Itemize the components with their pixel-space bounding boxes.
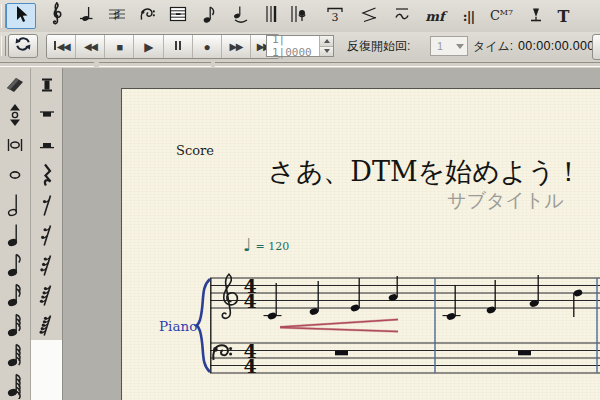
- voice-selector-palette-button[interactable]: [0, 102, 30, 132]
- whole-rest[interactable]: [518, 351, 531, 356]
- lyrics-icon: [289, 4, 307, 28]
- sixteenth-rest-palette-button[interactable]: [31, 222, 62, 252]
- breve-rest-palette-button[interactable]: [31, 72, 62, 102]
- quarter-note-D4[interactable]: [309, 281, 319, 316]
- eighth-rest-palette-button[interactable]: [31, 192, 62, 222]
- breve-note-icon: [3, 132, 27, 162]
- thirty-second-rest-palette-button[interactable]: [31, 252, 62, 282]
- sixty-fourth-rest-palette-button[interactable]: [31, 282, 62, 312]
- bass-clef-icon: [139, 6, 157, 27]
- select-arrow-icon: [12, 4, 30, 28]
- clipped-toolbar-button[interactable]: [592, 34, 600, 60]
- note-entry-icon: [79, 4, 95, 28]
- eraser-palette-button[interactable]: [0, 72, 30, 102]
- whole-rest-icon: [35, 102, 59, 132]
- chord-symbol-tool[interactable]: CM7: [487, 3, 516, 29]
- record-button[interactable]: ●: [193, 35, 222, 58]
- arrow-down-icon: [324, 49, 330, 53]
- thirty-second-note-palette-button[interactable]: [0, 312, 30, 342]
- breve-rest-icon: [35, 72, 59, 102]
- rewind-button[interactable]: ◀◀: [76, 35, 105, 58]
- lyrics-tool[interactable]: [284, 3, 312, 29]
- skip-start-icon: ◀◀: [53, 41, 69, 52]
- pause-button[interactable]: [164, 35, 193, 58]
- note-palette-sidebar: [0, 68, 63, 400]
- thirty-second-note-icon: [3, 311, 27, 343]
- quarter-note-E4[interactable]: [350, 278, 360, 312]
- text-tool-icon: T: [558, 7, 570, 26]
- rewind-icon: ◀◀: [84, 41, 96, 52]
- note-entry-tool[interactable]: [74, 3, 100, 29]
- repeat-barline-tool[interactable]: :||: [456, 3, 481, 29]
- stop-button[interactable]: ■: [105, 35, 134, 58]
- quarter-note-A4[interactable]: [388, 276, 398, 302]
- barline-tool[interactable]: [259, 3, 283, 29]
- time-value: 00:00:00.000: [518, 32, 595, 60]
- measure-tool[interactable]: [165, 3, 191, 29]
- svg-text:3: 3: [332, 11, 339, 24]
- key-signature-icon: ♯: [108, 4, 126, 28]
- whole-note-palette-button[interactable]: [0, 162, 30, 192]
- quarter-note-C4[interactable]: [446, 285, 456, 321]
- quarter-note-F4[interactable]: [529, 275, 539, 308]
- crescendo-icon: [360, 5, 378, 27]
- hundred-twenty-eighth-rest-palette-button[interactable]: [31, 312, 62, 342]
- treble-clef[interactable]: [222, 274, 237, 318]
- crescendo-tool[interactable]: [355, 3, 383, 29]
- eighth-note-palette-button[interactable]: [0, 252, 30, 282]
- skip-to-start-button[interactable]: ◀◀: [47, 35, 76, 58]
- arrow-up-icon: [324, 39, 330, 43]
- play-button[interactable]: ▶: [134, 35, 163, 58]
- repeat-barline-tool-icon: :||: [463, 9, 474, 24]
- position-field[interactable]: 1| 1|0000: [266, 35, 334, 57]
- playback-controls: ◀◀◀◀■▶●▶▶▶▶: [46, 34, 280, 59]
- tie-slur-tool[interactable]: [228, 3, 254, 29]
- treble-clef-tool[interactable]: [44, 3, 70, 29]
- time-label: タイム:: [473, 32, 513, 60]
- toolbar-drag-handle[interactable]: [1, 36, 6, 56]
- ornament-turn-tool[interactable]: [388, 3, 415, 29]
- score-canvas[interactable]: Score さあ、DTMを始めよう！ サブタイトル ♩ = 120 Piano …: [63, 68, 600, 400]
- half-note-icon: [3, 191, 27, 223]
- quarter-note-palette-button[interactable]: [0, 222, 30, 252]
- quarter-note-C4[interactable]: [267, 283, 277, 320]
- thirty-second-rest-icon: [35, 251, 59, 283]
- sixty-fourth-note-palette-button[interactable]: [0, 342, 30, 372]
- quarter-note-B4[interactable]: [573, 289, 583, 317]
- whole-rest-palette-button[interactable]: [31, 102, 62, 132]
- transport-toolbar: ◀◀◀◀■▶●▶▶▶▶ 1| 1|0000 反復開始回: 1 タイム: 00:0…: [0, 32, 600, 60]
- pedal-tool[interactable]: [524, 3, 547, 29]
- crescendo-hairpin[interactable]: [280, 320, 398, 332]
- spinner-down-button[interactable]: [320, 46, 333, 57]
- bass-clef-tool[interactable]: [134, 3, 161, 29]
- whole-note-icon: [3, 162, 27, 192]
- dynamics-tool[interactable]: mf: [421, 3, 449, 29]
- eighth-rest-icon: [35, 191, 59, 223]
- quarter-rest-palette-button[interactable]: [31, 162, 62, 192]
- loop-playback-button[interactable]: [8, 34, 38, 58]
- spinner-up-button[interactable]: [320, 36, 333, 46]
- voice-selector-icon: [3, 102, 27, 132]
- note-tool[interactable]: [197, 3, 221, 29]
- barline-icon: [264, 4, 278, 28]
- half-rest-icon: [35, 132, 59, 162]
- half-rest-palette-button[interactable]: [31, 132, 62, 162]
- key-signature-tool[interactable]: ♯: [104, 3, 130, 29]
- grand-staff-brace: [197, 279, 211, 372]
- notation-layer: 4444: [63, 68, 600, 400]
- hundred-twenty-eighth-rest-icon: [35, 311, 59, 343]
- tuplet-tool[interactable]: 3: [321, 3, 349, 29]
- breve-note-palette-button[interactable]: [0, 132, 30, 162]
- text-tool[interactable]: T: [551, 3, 576, 29]
- tuplet-icon: 3: [326, 5, 344, 27]
- time-signature-denominator[interactable]: 4: [243, 355, 256, 377]
- repeat-count-dropdown[interactable]: 1: [430, 36, 468, 56]
- select-arrow-tool[interactable]: [6, 3, 36, 29]
- whole-rest[interactable]: [335, 351, 348, 356]
- fast-forward-button[interactable]: ▶▶: [222, 35, 251, 58]
- hundred-twenty-eighth-note-palette-button[interactable]: [0, 372, 30, 400]
- half-note-palette-button[interactable]: [0, 192, 30, 222]
- sixteenth-note-palette-button[interactable]: [0, 282, 30, 312]
- eighth-note-icon: [3, 251, 27, 283]
- time-signature-denominator[interactable]: 4: [243, 290, 256, 312]
